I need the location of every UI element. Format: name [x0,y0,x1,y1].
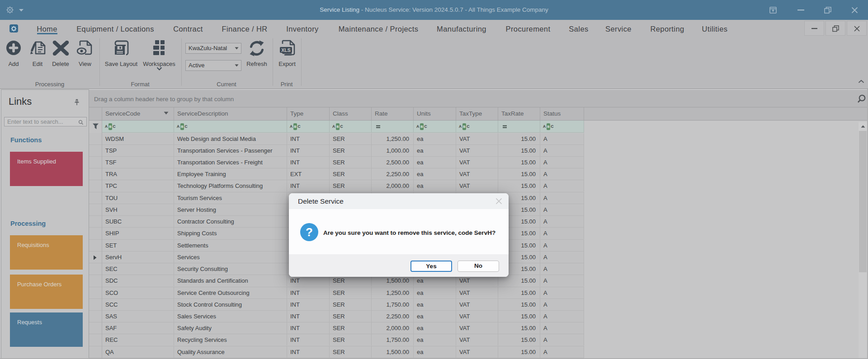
svg-text:XLS: XLS [281,47,290,53]
